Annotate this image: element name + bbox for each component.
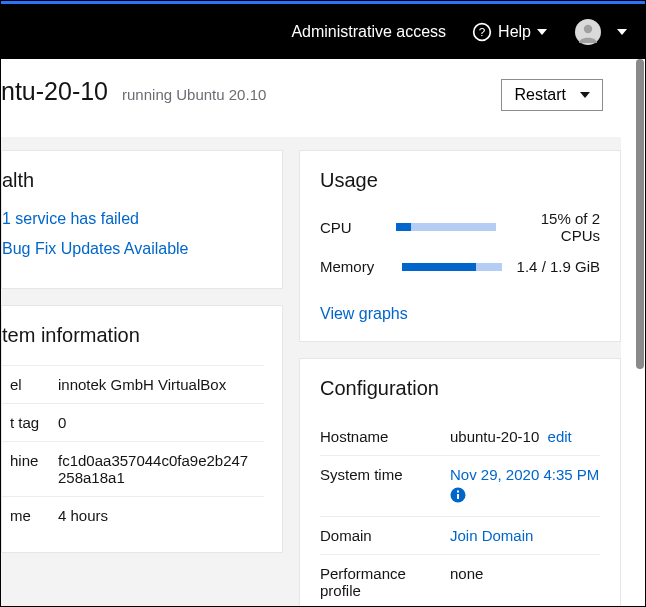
help-label: Help xyxy=(498,23,531,41)
usage-mem-label: Memory xyxy=(320,258,392,275)
usage-cpu-fill xyxy=(396,223,411,231)
svg-rect-5 xyxy=(457,494,459,499)
usage-row-mem: Memory 1.4 / 1.9 GiB xyxy=(320,258,600,275)
config-row-domain: Domain Join Domain xyxy=(320,516,600,554)
sysinfo-key: t tag xyxy=(2,404,50,442)
usage-cpu-label: CPU xyxy=(320,219,386,236)
os-subtitle: running Ubuntu 20.10 xyxy=(122,86,266,103)
config-val: none xyxy=(450,565,600,582)
config-key: Domain xyxy=(320,527,450,544)
chevron-down-icon xyxy=(580,90,590,100)
config-title: Configuration xyxy=(320,377,600,400)
usage-cpu-bar xyxy=(396,223,496,231)
edit-hostname-link[interactable]: edit xyxy=(548,428,572,445)
usage-mem-value: 1.4 / 1.9 GiB xyxy=(517,258,600,275)
usage-card: Usage CPU 15% of 2 CPUs Memory 1.4 / 1.9… xyxy=(299,150,621,342)
svg-point-3 xyxy=(584,24,592,32)
health-link-updates[interactable]: Bug Fix Updates Available xyxy=(2,240,264,258)
topbar: Administrative access ? Help xyxy=(1,4,645,59)
config-row-hostname: Hostname ubuntu-20-10 edit xyxy=(320,418,600,455)
health-card: alth 1 service has failed Bug Fix Update… xyxy=(1,150,283,289)
usage-mem-bar xyxy=(402,263,502,271)
sysinfo-key: hine xyxy=(2,442,50,497)
restart-button[interactable]: Restart xyxy=(501,79,603,111)
config-val: Nov 29, 2020 4:35 PM xyxy=(450,466,600,506)
config-key: Performance profile xyxy=(320,565,450,599)
user-menu[interactable] xyxy=(575,19,627,45)
health-title: alth xyxy=(2,169,264,192)
svg-rect-6 xyxy=(457,491,459,493)
restart-label: Restart xyxy=(514,86,566,104)
chevron-down-icon xyxy=(617,27,627,37)
usage-cpu-value: 15% of 2 CPUs xyxy=(506,210,600,244)
sysinfo-row: elinnotek GmbH VirtualBox xyxy=(2,366,264,404)
system-time-link[interactable]: Nov 29, 2020 4:35 PM xyxy=(450,466,599,483)
config-val: ubuntu-20-10 edit xyxy=(450,428,600,445)
info-icon[interactable] xyxy=(450,487,466,506)
help-button[interactable]: ? Help xyxy=(472,22,547,42)
help-icon: ? xyxy=(472,22,492,42)
sysinfo-val: fc1d0aa357044c0fa9e2b247258a18a1 xyxy=(50,442,264,497)
usage-mem-fill xyxy=(402,263,476,271)
scrollbar-thumb[interactable] xyxy=(636,59,644,369)
view-graphs-link[interactable]: View graphs xyxy=(320,305,408,323)
sysinfo-row: me4 hours xyxy=(2,497,264,535)
config-card: Configuration Hostname ubuntu-20-10 edit… xyxy=(299,358,621,606)
avatar-icon xyxy=(575,19,601,45)
svg-text:?: ? xyxy=(479,25,486,38)
sysinfo-key: el xyxy=(2,366,50,404)
config-key: Hostname xyxy=(320,428,450,445)
sysinfo-val: 0 xyxy=(50,404,264,442)
sysinfo-key: me xyxy=(2,497,50,535)
sysinfo-val: 4 hours xyxy=(50,497,264,535)
page-title: ntu-20-10 xyxy=(1,77,108,106)
sysinfo-row: t tag0 xyxy=(2,404,264,442)
config-row-perf: Performance profile none xyxy=(320,554,600,606)
health-link-failed[interactable]: 1 service has failed xyxy=(2,210,264,228)
page-header: ntu-20-10 running Ubuntu 20.10 Restart xyxy=(1,59,621,138)
sysinfo-card: tem information elinnotek GmbH VirtualBo… xyxy=(1,305,283,553)
usage-row-cpu: CPU 15% of 2 CPUs xyxy=(320,210,600,244)
sysinfo-row: hinefc1d0aa357044c0fa9e2b247258a18a1 xyxy=(2,442,264,497)
admin-access-label: Administrative access xyxy=(291,23,446,41)
sysinfo-val: innotek GmbH VirtualBox xyxy=(50,366,264,404)
config-hostname-val: ubuntu-20-10 xyxy=(450,428,539,445)
config-key: System time xyxy=(320,466,450,483)
usage-title: Usage xyxy=(320,169,600,192)
chevron-down-icon xyxy=(537,27,547,37)
join-domain-link[interactable]: Join Domain xyxy=(450,527,600,544)
sysinfo-title: tem information xyxy=(2,324,264,347)
config-row-systime: System time Nov 29, 2020 4:35 PM xyxy=(320,455,600,516)
